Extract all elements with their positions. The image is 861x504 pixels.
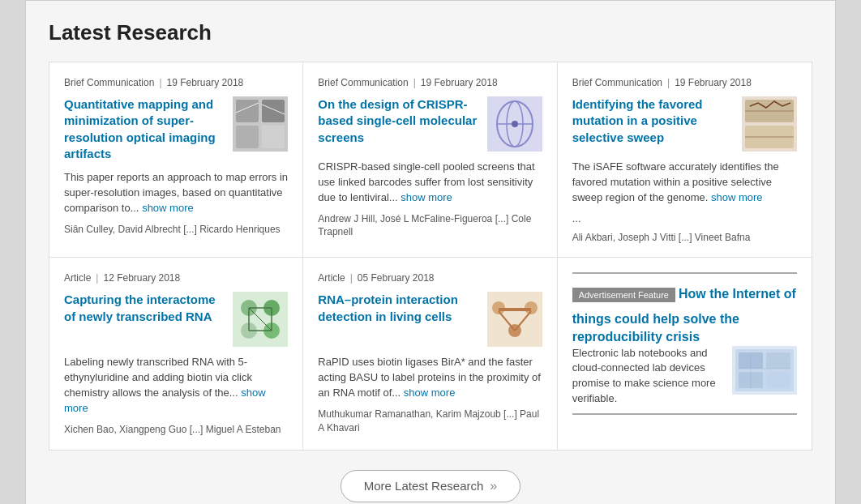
articles-grid: Brief Communication | 19 February 2018 Q… bbox=[49, 62, 812, 451]
article-type-1: Brief Communication bbox=[64, 77, 154, 88]
more-research-row: More Latest Research » bbox=[49, 451, 812, 505]
svg-rect-2 bbox=[262, 100, 285, 122]
article-title-2[interactable]: On the design of CRISPR-based single-cel… bbox=[318, 96, 478, 146]
article-thumb-svg-4 bbox=[233, 292, 288, 347]
article-thumb-1 bbox=[233, 96, 288, 152]
separator-2: | bbox=[413, 77, 416, 88]
article-content-2: On the design of CRISPR-based single-cel… bbox=[318, 96, 542, 152]
svg-rect-3 bbox=[236, 126, 259, 148]
article-thumb-3 bbox=[742, 96, 797, 152]
article-desc-3: The iSAFE software accurately identifies… bbox=[572, 160, 797, 206]
ad-desc: Electronic lab notebooks and cloud-conne… bbox=[572, 346, 724, 407]
article-thumb-5 bbox=[487, 292, 542, 347]
article-title-4[interactable]: Capturing the interactome of newly trans… bbox=[64, 292, 225, 325]
article-thumb-4 bbox=[233, 292, 288, 347]
article-content-4: Capturing the interactome of newly trans… bbox=[64, 292, 288, 347]
svg-rect-4 bbox=[262, 126, 285, 148]
article-card-1: Brief Communication | 19 February 2018 Q… bbox=[49, 62, 303, 258]
article-thumb-2 bbox=[487, 96, 542, 152]
article-card-2: Brief Communication | 19 February 2018 O… bbox=[303, 62, 557, 258]
article-type-5: Article bbox=[318, 272, 345, 284]
ad-content: Electronic lab notebooks and cloud-conne… bbox=[572, 346, 797, 407]
article-meta-5: Article | 05 February 2018 bbox=[318, 272, 542, 284]
article-title-3[interactable]: Identifying the favored mutation in a po… bbox=[572, 96, 734, 146]
article-card-4: Article | 12 February 2018 Capturing the… bbox=[49, 258, 303, 449]
separator-4: | bbox=[96, 272, 98, 284]
separator-1: | bbox=[159, 77, 161, 88]
svg-rect-31 bbox=[499, 308, 531, 311]
svg-rect-37 bbox=[766, 352, 790, 369]
separator-5: | bbox=[350, 272, 353, 284]
more-btn-chevron-icon: » bbox=[490, 479, 497, 493]
article-thumb-svg-1 bbox=[233, 96, 288, 152]
article-authors-5: Muthukumar Ramanathan, Karim Majzoub [..… bbox=[318, 408, 542, 435]
article-authors-2: Andrew J Hill, José L McFaline-Figueroa … bbox=[318, 212, 542, 240]
article-date-2: 19 February 2018 bbox=[421, 77, 498, 88]
article-desc-4: Labeling newly transcribed RNA with 5-et… bbox=[64, 355, 288, 416]
article-card-3: Brief Communication | 19 February 2018 I… bbox=[558, 62, 812, 258]
article-meta-4: Article | 12 February 2018 bbox=[64, 272, 288, 284]
ad-top-border: Advertisement Feature How the Internet o… bbox=[572, 272, 797, 407]
ad-card: Advertisement Feature How the Internet o… bbox=[558, 258, 812, 449]
article-content-3: Identifying the favored mutation in a po… bbox=[572, 96, 797, 152]
ad-thumb bbox=[732, 346, 797, 395]
article-date-3: 19 February 2018 bbox=[675, 77, 752, 88]
article-meta-2: Brief Communication | 19 February 2018 bbox=[318, 77, 542, 88]
article-authors-3: Ali Akbari, Joseph J Vitti [...] Vineet … bbox=[572, 231, 797, 245]
show-more-3[interactable]: show more bbox=[711, 191, 763, 203]
show-more-5[interactable]: show more bbox=[404, 387, 456, 399]
article-thumb-svg-3 bbox=[742, 96, 797, 152]
article-meta-3: Brief Communication | 19 February 2018 bbox=[572, 77, 797, 88]
article-desc-2: CRISPR-based single-cell pooled screens … bbox=[318, 160, 542, 206]
separator-3: | bbox=[667, 77, 670, 88]
ad-feature-label: Advertisement Feature bbox=[572, 288, 675, 302]
article-thumb-svg-2 bbox=[487, 96, 542, 152]
ad-thumb-svg bbox=[732, 346, 797, 395]
show-more-2[interactable]: show more bbox=[401, 191, 452, 203]
article-extra-3: ... bbox=[572, 212, 797, 224]
more-btn-label: More Latest Research bbox=[364, 479, 484, 493]
svg-rect-39 bbox=[766, 372, 790, 388]
article-thumb-svg-5 bbox=[487, 292, 542, 347]
article-date-1: 19 February 2018 bbox=[167, 77, 244, 88]
article-desc-5: RaPID uses biotin ligases BirA* and the … bbox=[318, 355, 542, 401]
article-authors-4: Xichen Bao, Xiangpeng Guo [...] Miguel A… bbox=[64, 423, 288, 437]
article-content-5: RNA–protein interaction detection in liv… bbox=[318, 292, 542, 347]
svg-point-11 bbox=[512, 121, 518, 127]
latest-research-section: Latest Research Brief Communication | 19… bbox=[25, 0, 836, 504]
article-meta-1: Brief Communication | 19 February 2018 bbox=[64, 77, 288, 88]
svg-rect-27 bbox=[487, 292, 542, 347]
article-date-5: 05 February 2018 bbox=[358, 272, 435, 284]
section-title: Latest Research bbox=[49, 20, 812, 45]
article-title-5[interactable]: RNA–protein interaction detection in liv… bbox=[318, 292, 478, 325]
article-title-1[interactable]: Quantitative mapping and minimization of… bbox=[64, 96, 225, 162]
article-desc-1: This paper reports an approach to map er… bbox=[64, 170, 288, 216]
article-content-1: Quantitative mapping and minimization of… bbox=[64, 96, 288, 162]
show-more-1[interactable]: show more bbox=[142, 202, 194, 214]
ad-card-inner: Advertisement Feature How the Internet o… bbox=[558, 258, 812, 428]
article-authors-1: Siân Culley, David Albrecht [...] Ricard… bbox=[64, 223, 288, 237]
article-type-4: Article bbox=[64, 272, 91, 284]
article-date-4: 12 February 2018 bbox=[103, 272, 180, 284]
article-card-5: Article | 05 February 2018 RNA–protein i… bbox=[303, 258, 557, 449]
article-type-2: Brief Communication bbox=[318, 77, 408, 88]
more-latest-research-button[interactable]: More Latest Research » bbox=[341, 470, 520, 502]
article-type-3: Brief Communication bbox=[572, 77, 662, 88]
ad-bottom-border bbox=[572, 413, 797, 415]
